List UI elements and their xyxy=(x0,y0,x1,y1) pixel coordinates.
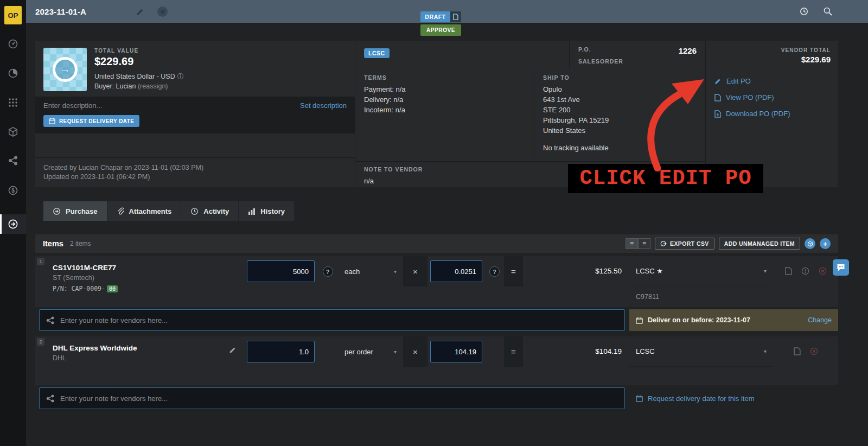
rename-po-icon[interactable] xyxy=(136,8,144,16)
set-description-link[interactable]: Set description xyxy=(300,101,347,110)
multiply-operator: × xyxy=(403,256,427,286)
draft-label: DRAFT xyxy=(420,11,450,22)
description-input[interactable] xyxy=(43,101,300,110)
currency-line: United States Dollar - USDⓘ xyxy=(94,72,184,81)
add-item-button[interactable]: + xyxy=(820,238,831,249)
detail-view-button[interactable]: ≡ xyxy=(638,238,650,249)
request-delivery-date-button[interactable]: REQUEST DELIVERY DATE xyxy=(43,115,139,127)
export-csv-button[interactable]: EXPORT CSV xyxy=(655,238,714,250)
delete-po-icon[interactable]: × xyxy=(157,7,168,17)
tab-attachments[interactable]: Attachments xyxy=(107,201,182,221)
line-total: $104.19 xyxy=(523,336,629,367)
request-delivery-link[interactable]: Request delivery date for this item xyxy=(648,394,755,403)
request-delivery-box: Request delivery date for this item xyxy=(629,387,838,409)
reassign-link[interactable]: (reassign) xyxy=(138,82,168,90)
chat-button[interactable] xyxy=(833,259,849,276)
unit-select[interactable]: each ▾ xyxy=(338,256,403,286)
vendor-note-input[interactable] xyxy=(60,316,618,324)
vendor-note-field xyxy=(39,309,625,331)
item-name-cell: 2 DHL Express Worldwide DHL xyxy=(35,336,244,385)
search-icon[interactable] xyxy=(823,7,833,16)
multiply-operator: × xyxy=(403,336,427,367)
edit-po-link[interactable]: Edit PO xyxy=(714,77,831,85)
item-alert-icon[interactable] xyxy=(801,267,809,275)
approve-button[interactable]: APPROVE xyxy=(420,24,461,36)
item-manufacturer: ST (Semtech) xyxy=(53,274,237,282)
remove-item-icon[interactable] xyxy=(819,267,827,275)
download-po-pdf-link[interactable]: Download PO (PDF) xyxy=(714,110,831,118)
item-note-row: Request delivery date for this item xyxy=(35,387,838,409)
unit-select[interactable]: per order ▾ xyxy=(338,336,403,367)
tab-activity[interactable]: Activity xyxy=(181,201,239,221)
tab-history[interactable]: History xyxy=(239,201,295,221)
vendor-note-input[interactable] xyxy=(60,394,618,403)
remove-item-icon[interactable] xyxy=(810,347,818,355)
vendor-part-number: C97811 xyxy=(629,286,773,307)
dashboard-icon[interactable] xyxy=(0,39,26,49)
apps-grid-icon[interactable] xyxy=(0,97,26,108)
po-label: P.O. xyxy=(578,46,623,53)
share-icon xyxy=(46,316,54,324)
item-row: 1 CS1V101M-CRE77 ST (Semtech) P/N: CAP-0… xyxy=(35,256,838,331)
vendor-total: $229.69 xyxy=(713,55,831,64)
item-index: 2 xyxy=(37,338,44,346)
annotation-text: CLICK EDIT PO xyxy=(579,167,751,190)
tab-bar: Purchase Attachments Activity History xyxy=(43,201,295,221)
salesorder-label: SALESORDER xyxy=(578,58,623,65)
status-badge: DRAFT xyxy=(420,11,461,22)
sidebar: OP $ xyxy=(0,0,26,446)
item-part-number: P/N: CAP-0009- 00 xyxy=(53,285,237,292)
vendor-cell: LCSC xyxy=(355,41,570,68)
purchasing-icon[interactable] xyxy=(0,214,26,234)
svg-text:$: $ xyxy=(11,188,15,194)
view-toggle: ≡ ≡ xyxy=(626,238,650,249)
chevron-down-icon: ▾ xyxy=(764,348,767,354)
reports-pie-icon[interactable] xyxy=(0,68,26,79)
add-managed-item-button[interactable] xyxy=(805,238,815,249)
tab-purchase[interactable]: Purchase xyxy=(43,201,107,221)
terms-delivery: Delivery: n/a xyxy=(364,94,525,105)
price-help-icon[interactable]: ? xyxy=(489,266,500,277)
quantity-help-icon[interactable]: ? xyxy=(323,266,333,277)
compact-view-button[interactable]: ≡ xyxy=(626,238,638,249)
item-notes-icon[interactable] xyxy=(794,347,801,355)
total-value-label: TOTAL VALUE xyxy=(94,48,184,54)
arrow-circle-icon: → xyxy=(53,57,78,82)
quantity-input[interactable] xyxy=(247,260,315,282)
sales-dollar-icon[interactable]: $ xyxy=(0,185,26,196)
inventory-box-icon[interactable] xyxy=(0,126,26,137)
share-icon xyxy=(46,394,54,403)
revision-chip: 00 xyxy=(107,285,118,292)
chevron-down-icon: ▾ xyxy=(394,269,397,275)
chevron-down-icon: ▾ xyxy=(764,268,767,274)
edit-item-icon[interactable] xyxy=(229,346,237,354)
info-icon[interactable]: ⓘ xyxy=(177,73,184,80)
share-icon[interactable] xyxy=(0,156,26,167)
item-name: CS1V101M-CRE77 xyxy=(53,264,237,272)
unit-price-input[interactable] xyxy=(430,260,482,282)
vendor-select[interactable]: LCSC ▾ xyxy=(629,336,773,367)
terms-incoterm: Incoterm: n/a xyxy=(364,105,525,115)
po-number-cell: P.O. SALESORDER 1226 xyxy=(570,41,705,68)
items-count: 2 items xyxy=(70,240,91,247)
item-manufacturer: DHL xyxy=(53,354,137,362)
change-delivery-link[interactable]: Change xyxy=(808,316,832,324)
status-stack: DRAFT APPROVE xyxy=(420,11,461,36)
view-po-pdf-link[interactable]: View PO (PDF) xyxy=(714,93,831,101)
updated-line: Updated on 2023-11-01 (06:42 PM) xyxy=(43,173,347,182)
add-unmanaged-item-button[interactable]: ADD UNMANAGED ITEM xyxy=(719,238,800,250)
buyer-line: Buyer: Lucian (reassign) xyxy=(94,81,184,91)
unit-price-input[interactable] xyxy=(430,341,482,362)
price-cell xyxy=(427,256,485,307)
history-icon[interactable] xyxy=(799,7,809,16)
vendor-badge[interactable]: LCSC xyxy=(364,48,390,58)
item-row: 2 DHL Express Worldwide DHL per order xyxy=(35,336,838,409)
item-notes-icon[interactable] xyxy=(785,267,792,275)
po-number: 1226 xyxy=(679,46,697,68)
app-logo[interactable]: OP xyxy=(4,6,22,24)
quantity-cell xyxy=(244,256,317,307)
quantity-input[interactable] xyxy=(247,341,315,362)
vendor-select[interactable]: LCSC ★ ▾ xyxy=(629,256,773,286)
sidebar-nav: $ xyxy=(0,39,26,234)
po-summary-panel: → TOTAL VALUE $229.69 United States Doll… xyxy=(35,41,355,187)
